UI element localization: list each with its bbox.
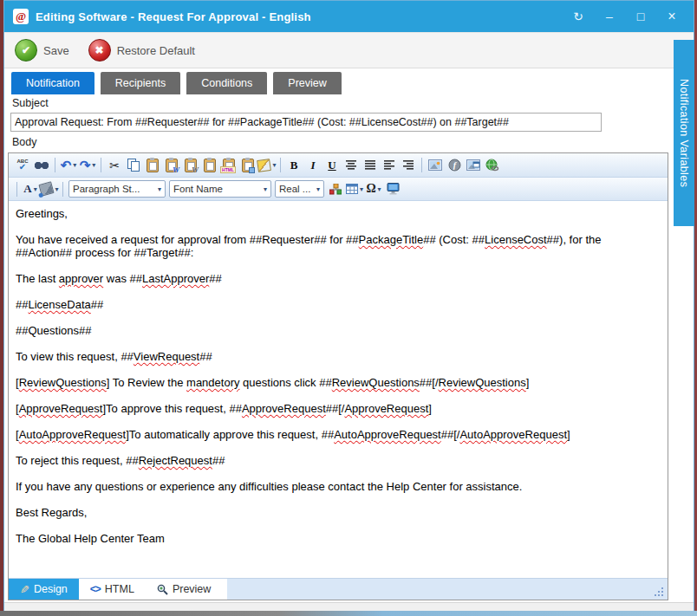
font-color-icon[interactable]: A▾	[21, 180, 40, 198]
misspelled-word: ReviewQuestions	[19, 376, 107, 389]
misspelled-word: approver	[59, 272, 103, 285]
toolbar-separator	[62, 182, 63, 197]
subject-label: Subject	[12, 97, 49, 109]
font-size-dropdown[interactable]: Real ...▾	[275, 180, 324, 198]
editor-body[interactable]: Greetings,You have received a request fo…	[9, 201, 668, 578]
paste-as-html-icon[interactable]: HTML	[219, 156, 238, 174]
save-label: Save	[43, 44, 69, 57]
align-justify-icon[interactable]	[361, 156, 380, 174]
misspelled-word: RejectRequest	[139, 454, 212, 467]
insert-table-icon[interactable]: ▾	[345, 180, 364, 198]
resize-grip[interactable]	[655, 587, 664, 597]
body-line: To reject this request, ##RejectRequest#…	[16, 454, 661, 467]
notification-variables-tab[interactable]: Notification Variables	[674, 40, 694, 226]
cut-icon[interactable]: ✂	[105, 156, 124, 174]
restore-default-label: Restore Default	[117, 44, 195, 57]
body-line: ##Questions##	[16, 324, 661, 337]
media-manager-icon[interactable]	[464, 156, 483, 174]
restore-default-button[interactable]: ✖ Restore Default	[88, 39, 195, 62]
body-line: The Global Help Center Team	[16, 532, 661, 545]
background-color-icon[interactable]: ▾	[40, 180, 59, 198]
editor-toolbar-row2: A▾ ▾ Paragraph St...▾ Font Name▾ Real ..…	[9, 178, 668, 201]
misspelled-word: ViewRequest	[134, 350, 199, 363]
font-name-dropdown[interactable]: Font Name▾	[169, 180, 271, 198]
toolbar-separator	[101, 158, 101, 172]
misspelled-word: ApproveRequest	[344, 402, 428, 415]
restore-x-icon: ✖	[88, 39, 111, 62]
special-characters-icon[interactable]: Ω▾	[364, 180, 383, 198]
save-button[interactable]: ✔ Save	[15, 39, 69, 62]
dialog-window: @ Editing Software - Request For Approva…	[3, 0, 694, 613]
find-replace-icon[interactable]	[32, 156, 51, 174]
monitor-icon[interactable]	[383, 180, 402, 198]
misspelled-word: mandetory	[186, 376, 239, 389]
body-line: [ApproveRequest]To approve this request,…	[16, 402, 661, 415]
module-manager-icon[interactable]	[326, 180, 345, 198]
bold-icon[interactable]: B	[284, 156, 303, 174]
body-line: [ReviewQuestions] To Review the mandetor…	[16, 376, 661, 389]
misspelled-word: ApproveRequest	[242, 402, 326, 415]
format-painter-icon[interactable]: ▾	[257, 156, 277, 174]
main-tabs: Notification Recipients Conditions Previ…	[11, 72, 342, 94]
toolbar-separator	[280, 158, 281, 172]
undo-icon[interactable]: ↶▾	[59, 156, 78, 174]
misspelled-word: AutoApproveRequest	[19, 428, 127, 441]
body-line: The last approver was ##LastApprover##	[16, 272, 661, 285]
misspelled-word: AutoApproveRequest	[459, 428, 567, 441]
window-controls: ↻ – □ ×	[565, 5, 685, 28]
italic-icon[interactable]: I	[303, 156, 322, 174]
mode-tab-html[interactable]: <> HTML	[79, 579, 146, 600]
hyperlink-manager-icon[interactable]	[483, 156, 502, 174]
align-right-icon[interactable]	[399, 156, 418, 174]
body-line: You have received a request for approval…	[16, 233, 661, 259]
misspelled-word: PackageTitle	[359, 233, 424, 246]
subject-input[interactable]	[10, 113, 602, 132]
window-title: Editing Software - Request For Approval …	[36, 10, 311, 23]
image-manager-icon[interactable]	[426, 156, 445, 174]
paste-plain-text-icon[interactable]	[200, 156, 219, 174]
tab-preview[interactable]: Preview	[273, 72, 341, 94]
titlebar: @ Editing Software - Request For Approva…	[4, 1, 694, 32]
maximize-icon[interactable]: □	[628, 5, 654, 28]
flash-manager-icon[interactable]: f	[445, 156, 464, 174]
paste-icon[interactable]	[143, 156, 162, 174]
app-icon: @	[13, 9, 29, 24]
rich-text-editor: ABC✔ ↶▾ ↷▾ ✂ W W HTML ▾ B I U	[8, 152, 668, 600]
paste-from-word-icon[interactable]: W	[162, 156, 181, 174]
refresh-icon[interactable]: ↻	[565, 5, 591, 28]
body-line: Greetings,	[16, 207, 661, 220]
redo-icon[interactable]: ↷▾	[78, 156, 97, 174]
copy-icon[interactable]	[124, 156, 143, 174]
pencil-icon: ✎	[20, 583, 29, 596]
close-icon[interactable]: ×	[659, 5, 685, 28]
editor-toolbar-row1: ABC✔ ↶▾ ↷▾ ✂ W W HTML ▾ B I U	[9, 153, 668, 178]
code-icon: <>	[90, 583, 101, 595]
align-center-icon[interactable]	[342, 156, 361, 174]
misspelled-word: ReviewQuestions	[332, 376, 420, 389]
misspelled-word: AutoApproveRequest	[334, 428, 441, 441]
mode-tab-preview[interactable]: Preview	[146, 579, 222, 600]
tab-recipients[interactable]: Recipients	[101, 72, 180, 94]
mode-tab-design[interactable]: ✎ Design	[9, 579, 79, 600]
body-line: If you have any questions or experience …	[16, 480, 661, 493]
tab-notification[interactable]: Notification	[11, 72, 94, 94]
paste-special-icon[interactable]	[238, 156, 257, 174]
editor-mode-bar: ✎ Design <> HTML Preview	[9, 578, 668, 600]
body-line: ##LicenseData##	[16, 298, 661, 311]
minimize-icon[interactable]: –	[596, 5, 622, 28]
toolbar-separator	[421, 158, 422, 172]
misspelled-word: LicenseData	[28, 298, 90, 311]
command-bar: ✔ Save ✖ Restore Default	[4, 32, 694, 68]
paragraph-style-dropdown[interactable]: Paragraph St...▾	[68, 180, 166, 198]
toolbar-separator	[16, 182, 17, 197]
underline-icon[interactable]: U	[322, 156, 342, 174]
body-line: To view this request, ##ViewRequest##	[16, 350, 661, 363]
magnifier-icon	[157, 584, 168, 595]
toolbar-separator	[55, 158, 55, 172]
misspelled-word: ApproveRequest	[19, 402, 103, 415]
misspelled-word: LicenseCost	[485, 233, 547, 246]
paste-from-word-nostyles-icon[interactable]: W	[181, 156, 200, 174]
tab-conditions[interactable]: Conditions	[186, 72, 267, 94]
spellcheck-icon[interactable]: ABC✔	[13, 156, 32, 174]
align-left-icon[interactable]	[380, 156, 399, 174]
